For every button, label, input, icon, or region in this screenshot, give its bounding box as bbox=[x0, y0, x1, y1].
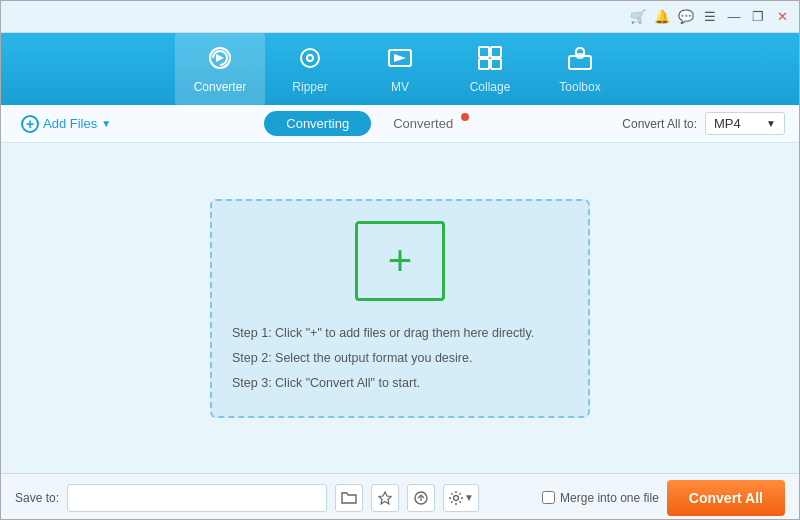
tab-converting-label: Converting bbox=[286, 116, 349, 131]
main-content: + Step 1: Click "+" to add files or drag… bbox=[1, 143, 799, 473]
menu-icon[interactable]: ☰ bbox=[701, 8, 719, 26]
instructions: Step 1: Click "+" to add files or drag t… bbox=[232, 321, 568, 396]
tab-converted-label: Converted bbox=[393, 116, 453, 131]
convert-all-to-label: Convert All to: bbox=[622, 117, 697, 131]
ripper-icon bbox=[296, 44, 324, 76]
svg-rect-7 bbox=[491, 59, 501, 69]
svg-point-12 bbox=[454, 495, 459, 500]
convert-all-to-selector: Convert All to: MP4 ▼ bbox=[622, 112, 785, 135]
add-files-box[interactable]: + bbox=[355, 221, 445, 301]
output-button[interactable] bbox=[407, 484, 435, 512]
svg-point-2 bbox=[307, 55, 313, 61]
format-select-dropdown[interactable]: MP4 ▼ bbox=[705, 112, 785, 135]
converter-icon bbox=[206, 44, 234, 76]
close-icon[interactable]: ✕ bbox=[773, 8, 791, 26]
nav-item-toolbox[interactable]: Toolbox bbox=[535, 33, 625, 105]
nav-label-collage: Collage bbox=[470, 80, 511, 94]
collage-icon bbox=[476, 44, 504, 76]
nav-label-mv: MV bbox=[391, 80, 409, 94]
nav-item-collage[interactable]: Collage bbox=[445, 33, 535, 105]
add-box-plus: + bbox=[388, 240, 413, 282]
save-path-input[interactable] bbox=[67, 484, 327, 512]
convert-all-button[interactable]: Convert All bbox=[667, 480, 785, 516]
bell-icon[interactable]: 🔔 bbox=[653, 8, 671, 26]
quick-access-button[interactable] bbox=[371, 484, 399, 512]
add-files-label: Add Files bbox=[43, 116, 97, 131]
drop-zone[interactable]: + Step 1: Click "+" to add files or drag… bbox=[210, 199, 590, 418]
chat-icon[interactable]: 💬 bbox=[677, 8, 695, 26]
settings-dropdown-arrow: ▼ bbox=[464, 492, 474, 503]
add-files-button[interactable]: + Add Files ▼ bbox=[15, 111, 117, 137]
format-value: MP4 bbox=[714, 116, 741, 131]
add-files-plus-circle: + bbox=[21, 115, 39, 133]
nav-bar: Converter Ripper MV Collag bbox=[1, 33, 799, 105]
format-dropdown-arrow: ▼ bbox=[766, 118, 776, 129]
title-bar: 🛒 🔔 💬 ☰ — ❐ ✕ bbox=[1, 1, 799, 33]
cart-icon[interactable]: 🛒 bbox=[629, 8, 647, 26]
converted-badge bbox=[461, 113, 469, 121]
add-files-dropdown-arrow[interactable]: ▼ bbox=[101, 118, 111, 129]
nav-label-converter: Converter bbox=[194, 80, 247, 94]
toolbox-icon bbox=[566, 44, 594, 76]
svg-rect-5 bbox=[491, 47, 501, 57]
nav-label-ripper: Ripper bbox=[292, 80, 327, 94]
nav-item-mv[interactable]: MV bbox=[355, 33, 445, 105]
window-controls: 🛒 🔔 💬 ☰ — ❐ ✕ bbox=[629, 8, 791, 26]
instruction-step3: Step 3: Click "Convert All" to start. bbox=[232, 371, 568, 396]
nav-item-converter[interactable]: Converter bbox=[175, 33, 265, 105]
tab-converting[interactable]: Converting bbox=[264, 111, 371, 136]
toolbar: + Add Files ▼ Converting Converted Conve… bbox=[1, 105, 799, 143]
svg-point-1 bbox=[301, 49, 319, 67]
save-to-label: Save to: bbox=[15, 491, 59, 505]
merge-checkbox[interactable] bbox=[542, 491, 555, 504]
mv-icon bbox=[386, 44, 414, 76]
nav-item-ripper[interactable]: Ripper bbox=[265, 33, 355, 105]
nav-label-toolbox: Toolbox bbox=[559, 80, 600, 94]
tabs-container: Converting Converted bbox=[117, 111, 622, 136]
instruction-step2: Step 2: Select the output format you des… bbox=[232, 346, 568, 371]
convert-all-label: Convert All bbox=[689, 490, 763, 506]
svg-rect-6 bbox=[479, 59, 489, 69]
merge-checkbox-container: Merge into one file bbox=[542, 491, 659, 505]
settings-button[interactable]: ▼ bbox=[443, 484, 479, 512]
merge-label: Merge into one file bbox=[560, 491, 659, 505]
tab-converted[interactable]: Converted bbox=[371, 111, 475, 136]
restore-icon[interactable]: ❐ bbox=[749, 8, 767, 26]
minimize-icon[interactable]: — bbox=[725, 8, 743, 26]
instruction-step1: Step 1: Click "+" to add files or drag t… bbox=[232, 321, 568, 346]
svg-rect-4 bbox=[479, 47, 489, 57]
bottom-bar: Save to: ▼ Merge into one file Convert A… bbox=[1, 473, 799, 520]
browse-folder-button[interactable] bbox=[335, 484, 363, 512]
